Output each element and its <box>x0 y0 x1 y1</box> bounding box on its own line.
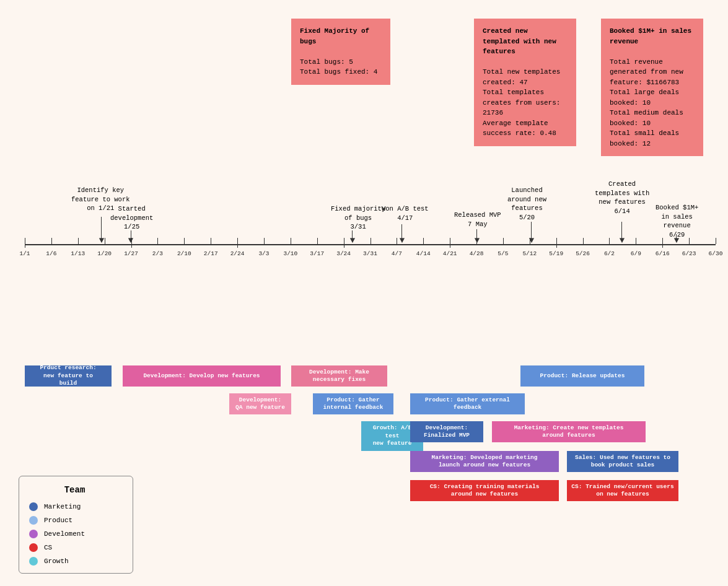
tick-1/1 <box>25 238 25 248</box>
tick-4/21 <box>450 238 450 248</box>
date-label-4/28: 4/28 <box>470 250 484 257</box>
milestone-templates-details: Total new templates created: 47Total tem… <box>483 68 560 137</box>
milestone-bugs-details: Total bugs: 5Total bugs fixed: 4 <box>300 58 377 76</box>
tick-4/14 <box>423 238 424 244</box>
gantt-marketing-templates: Marketing: Create new templatesaround fe… <box>492 421 646 442</box>
annotation-created-templates: Createdtemplates withnew features6/14 <box>595 180 649 216</box>
date-label-5/19: 5/19 <box>549 250 563 257</box>
milestone-bugs-title: Fixed Majority of bugs <box>300 27 369 45</box>
date-label-1/27: 1/27 <box>124 250 138 257</box>
legend-box: Team Marketing Product Develoment CS Gro… <box>19 476 133 574</box>
date-label-6/23: 6/23 <box>682 250 696 257</box>
date-label-1/1: 1/1 <box>19 250 30 257</box>
gantt-gather-external: Product: Gather externalfeedback <box>410 393 525 414</box>
tick-1/20 <box>105 238 105 244</box>
tick-1/13 <box>78 238 79 244</box>
tick-2/17 <box>211 238 211 244</box>
tick-5/26 <box>583 238 584 244</box>
date-label-6/9: 6/9 <box>631 250 641 257</box>
date-label-5/12: 5/12 <box>522 250 537 257</box>
legend-dot-marketing <box>29 502 38 511</box>
date-label-4/7: 4/7 <box>392 250 402 257</box>
gantt-product-research: Prduct research:new feature tobuild <box>25 365 112 387</box>
annotation-started: Starteddevelopment1/25 <box>110 204 153 232</box>
legend-item-growth: Growth <box>29 557 120 566</box>
date-label-6/16: 6/16 <box>656 250 670 257</box>
annotation-mvp: Released MVP7 May <box>454 211 501 229</box>
milestone-templates-title: Created new templated with new features <box>483 27 556 55</box>
gantt-cs-trained-users: CS: Trained new/current userson new feat… <box>567 480 678 501</box>
date-label-1/20: 1/20 <box>97 250 112 257</box>
milestone-revenue-details: Total revenue generated from new feature… <box>610 58 683 147</box>
gantt-sales-booking: Sales: Used new features tobook product … <box>567 451 678 472</box>
annotation-launched: Launchedaround newfeatures5/20 <box>507 186 546 222</box>
gantt-make-fixes: Development: Make necessary fixes <box>291 365 387 387</box>
legend-dot-development <box>29 530 38 538</box>
gantt-develop-new-features: Development: Develop new features <box>123 365 281 387</box>
legend-item-marketing: Marketing <box>29 502 120 511</box>
tick-3/31 <box>371 238 371 244</box>
date-label-3/31: 3/31 <box>363 250 377 257</box>
gantt-finalized-mvp: Development:Finalized MVP <box>410 421 483 442</box>
legend-item-product: Product <box>29 516 120 525</box>
legend-dot-cs <box>29 543 38 552</box>
legend-dot-growth <box>29 557 38 566</box>
tick-5/19 <box>556 238 557 248</box>
legend-label-marketing: Marketing <box>44 503 81 510</box>
date-label-2/24: 2/24 <box>230 250 245 257</box>
dates-container: 1/11/61/131/201/272/32/102/172/243/33/10… <box>25 249 716 261</box>
tick-5/5 <box>503 238 504 244</box>
legend-label-growth: Growth <box>44 558 69 565</box>
tick-4/7 <box>397 238 397 244</box>
milestone-box-bugs: Fixed Majority of bugs Total bugs: 5Tota… <box>291 19 390 85</box>
tick-1/6 <box>51 238 52 244</box>
annotation-fixed-bugs: Fixed majorityof bugs3/31 <box>331 204 385 232</box>
tick-6/30 <box>716 238 716 244</box>
date-label-2/17: 2/17 <box>204 250 218 257</box>
tick-1/27 <box>131 238 132 248</box>
tick-4/28 <box>476 238 477 244</box>
date-label-3/24: 3/24 <box>336 250 351 257</box>
legend-title: Team <box>29 485 120 495</box>
legend-label-product: Product <box>44 517 72 524</box>
date-label-6/2: 6/2 <box>604 250 615 257</box>
date-label-4/14: 4/14 <box>416 250 431 257</box>
date-label-3/10: 3/10 <box>283 250 297 257</box>
tick-3/17 <box>317 238 318 244</box>
tick-3/10 <box>291 238 291 244</box>
tick-6/23 <box>689 238 690 244</box>
gantt-release-updates: Product: Release updates <box>520 365 644 387</box>
date-label-6/30: 6/30 <box>709 250 723 257</box>
timeline-area: Identify keyfeature to workon 1/21 Start… <box>0 180 728 359</box>
legend-item-cs: CS <box>29 543 120 552</box>
tick-3/24 <box>344 238 344 248</box>
gantt-qa-new-feature: Development:QA new feature <box>229 393 291 414</box>
date-label-5/5: 5/5 <box>498 250 508 257</box>
date-label-3/17: 3/17 <box>310 250 324 257</box>
gantt-marketing-launch: Marketing: Developed marketinglaunch aro… <box>410 451 559 472</box>
gantt-gather-internal: Product: Gatherinternal feedback <box>313 393 393 414</box>
tick-2/24 <box>237 238 238 248</box>
gantt-cs-training: CS: Creating training materialsaround ne… <box>410 480 559 501</box>
tick-6/2 <box>609 238 610 244</box>
legend-label-development: Develoment <box>44 530 85 538</box>
legend-item-development: Develoment <box>29 530 120 538</box>
tick-6/16 <box>662 238 663 248</box>
legend-label-cs: CS <box>44 544 52 551</box>
tick-2/10 <box>184 238 185 244</box>
milestone-box-templates: Created new templated with new features … <box>474 19 576 146</box>
date-label-3/3: 3/3 <box>258 250 269 257</box>
date-label-1/13: 1/13 <box>71 250 85 257</box>
tick-3/3 <box>264 238 265 244</box>
date-label-5/26: 5/26 <box>576 250 590 257</box>
tick-6/9 <box>636 238 636 244</box>
legend-dot-product <box>29 516 38 525</box>
tick-2/3 <box>157 238 158 244</box>
annotation-booked: Booked $1M+in salesrevenue6/29 <box>656 203 698 240</box>
date-label-1/6: 1/6 <box>46 250 56 257</box>
date-label-2/10: 2/10 <box>177 250 191 257</box>
date-label-4/21: 4/21 <box>443 250 457 257</box>
date-label-2/3: 2/3 <box>152 250 163 257</box>
milestone-revenue-title: Booked $1M+ in sales revenue <box>610 27 691 45</box>
milestone-box-revenue: Booked $1M+ in sales revenue Total reven… <box>601 19 703 156</box>
